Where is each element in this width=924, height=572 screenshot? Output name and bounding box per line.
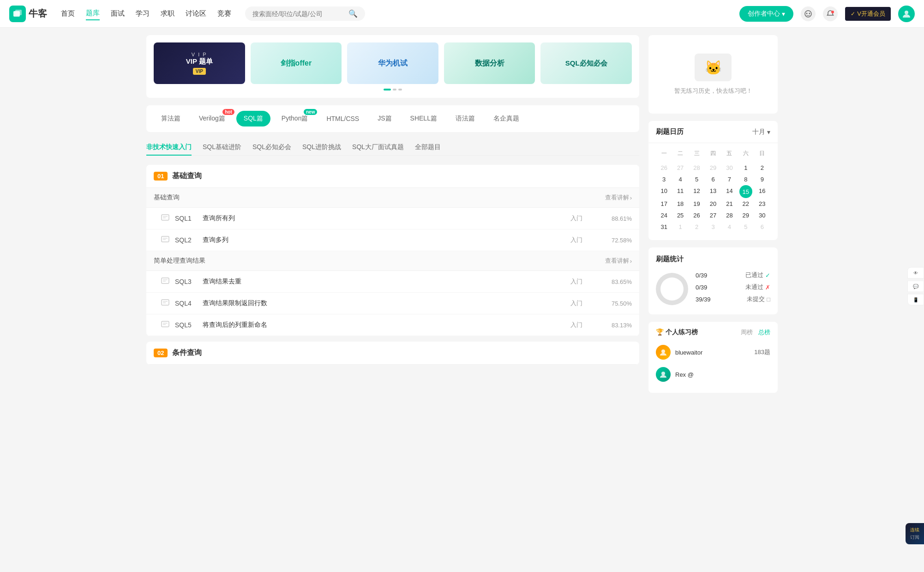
calendar-day-1-2[interactable]: 5 <box>689 174 705 185</box>
problem-row-sql5[interactable]: SQL5 将查询后的列重新命名 入门 83.13% <box>146 314 639 336</box>
problem-row-sql4[interactable]: SQL4 查询结果限制返回行数 入门 75.50% <box>146 293 639 314</box>
calendar-day-2-0[interactable]: 10 <box>656 185 672 198</box>
calendar-day-4-6[interactable]: 30 <box>754 210 770 221</box>
subtab-all[interactable]: 全部题目 <box>415 139 441 155</box>
calendar-day-5-1[interactable]: 1 <box>672 221 688 233</box>
nav-discuss[interactable]: 讨论区 <box>186 7 206 20</box>
banner-card-huawei[interactable]: 华为机试 <box>347 42 438 84</box>
calendar-day-0-1[interactable]: 27 <box>672 162 688 174</box>
ranking-item-1[interactable]: bluewaitor 183题 <box>656 341 770 363</box>
vip-button[interactable]: ✓ V开通会员 <box>845 7 891 21</box>
banner-card-jianzhi[interactable]: 剑指offer <box>251 42 342 84</box>
problem-row-sql2[interactable]: SQL2 查询多列 入门 72.58% <box>146 229 639 251</box>
weekday-sun: 日 <box>754 148 770 159</box>
calendar-day-2-4[interactable]: 14 <box>721 185 738 198</box>
calendar-day-5-2[interactable]: 2 <box>689 221 705 233</box>
notification-icon[interactable] <box>823 6 838 21</box>
calendar-day-0-5[interactable]: 1 <box>738 162 754 174</box>
calendar-day-2-1[interactable]: 11 <box>672 185 688 198</box>
subtab-advanced[interactable]: SQL进阶挑战 <box>302 139 341 155</box>
banner-dot-1[interactable] <box>384 89 391 90</box>
banner-dot-2[interactable] <box>393 89 396 90</box>
calendar-day-4-5[interactable]: 29 <box>738 210 754 221</box>
calendar-day-5-4[interactable]: 4 <box>721 221 738 233</box>
calendar-day-5-6[interactable]: 6 <box>754 221 770 233</box>
banner-card-sql[interactable]: SQL必知必会 <box>540 42 632 84</box>
community-icon[interactable] <box>801 6 816 21</box>
ranking-item-rex[interactable]: Rex @ <box>656 363 770 385</box>
tab-verilog[interactable]: Verilog篇 hot <box>192 111 233 126</box>
calendar-day-3-1[interactable]: 18 <box>672 198 688 210</box>
calendar-day-1-5[interactable]: 8 <box>738 174 754 185</box>
nav-study[interactable]: 学习 <box>136 7 150 20</box>
tab-htmlcss[interactable]: HTML/CSS <box>319 111 366 126</box>
side-btn-wechat[interactable]: 📱 <box>907 294 924 305</box>
calendar-day-0-6[interactable]: 2 <box>754 162 770 174</box>
calendar-day-1-0[interactable]: 3 <box>656 174 672 185</box>
calendar-day-0-2[interactable]: 28 <box>689 162 705 174</box>
tab-js[interactable]: JS篇 <box>370 111 399 126</box>
calendar-day-0-3[interactable]: 29 <box>705 162 721 174</box>
stats-chart <box>656 273 688 305</box>
side-btn-message[interactable]: 💬 <box>907 280 924 292</box>
tab-shell[interactable]: SHELL篇 <box>403 111 444 126</box>
tab-python[interactable]: Python篇 new <box>274 111 316 126</box>
banner-dot-3[interactable] <box>398 89 402 90</box>
calendar-day-1-4[interactable]: 7 <box>721 174 738 185</box>
banner-card-vip[interactable]: V I P VIP 题单 VIP <box>154 42 245 84</box>
nav-interview[interactable]: 面试 <box>111 7 125 20</box>
search-button[interactable]: 🔍 <box>348 9 358 18</box>
calendar-day-4-1[interactable]: 25 <box>672 210 688 221</box>
ranking-tab-total[interactable]: 总榜 <box>758 328 770 337</box>
nav-home[interactable]: 首页 <box>61 7 75 20</box>
calendar-day-1-3[interactable]: 6 <box>705 174 721 185</box>
calendar-month-selector[interactable]: 十月 ▾ <box>752 128 770 136</box>
creator-center-button[interactable]: 创作者中心 ▾ <box>739 6 793 22</box>
tab-grammar[interactable]: 语法篇 <box>448 111 482 126</box>
subtab-intro[interactable]: 非技术快速入门 <box>146 139 192 155</box>
calendar-day-3-0[interactable]: 17 <box>656 198 672 210</box>
calendar-day-5-3[interactable]: 3 <box>705 221 721 233</box>
problem-difficulty-sql3: 入门 <box>558 277 595 286</box>
calendar-day-1-6[interactable]: 9 <box>754 174 770 185</box>
tab-enterprise[interactable]: 名企真题 <box>486 111 527 126</box>
subtab-mustknow[interactable]: SQL必知必会 <box>252 139 291 155</box>
user-avatar[interactable] <box>898 6 915 22</box>
calendar-day-3-4[interactable]: 21 <box>721 198 738 210</box>
calendar-day-3-5[interactable]: 22 <box>738 198 754 210</box>
calendar-day-2-6[interactable]: 16 <box>754 185 770 198</box>
calendar-day-3-6[interactable]: 23 <box>754 198 770 210</box>
tab-algorithm[interactable]: 算法篇 <box>154 111 188 126</box>
calendar-day-0-0[interactable]: 26 <box>656 162 672 174</box>
banner-card-dataanalysis[interactable]: 数据分析 <box>444 42 535 84</box>
view-lecture-basic[interactable]: 查看讲解 › <box>605 193 632 202</box>
subtab-interview[interactable]: SQL大厂面试真题 <box>352 139 404 155</box>
tab-sql[interactable]: SQL篇 <box>236 111 270 126</box>
calendar-day-4-2[interactable]: 26 <box>689 210 705 221</box>
nav-questions[interactable]: 题库 <box>86 7 100 20</box>
nav-competition[interactable]: 竞赛 <box>217 7 231 20</box>
nav-jobs[interactable]: 求职 <box>161 7 174 20</box>
calendar-day-4-3[interactable]: 27 <box>705 210 721 221</box>
calendar-day-3-2[interactable]: 19 <box>689 198 705 210</box>
calendar-day-2-2[interactable]: 12 <box>689 185 705 198</box>
subtab-basic[interactable]: SQL基础进阶 <box>203 139 241 155</box>
problem-row-sql1[interactable]: SQL1 查询所有列 入门 88.61% <box>146 208 639 229</box>
view-lecture-simple[interactable]: 查看讲解 › <box>605 257 632 265</box>
calendar-day-3-3[interactable]: 20 <box>705 198 721 210</box>
calendar-day-4-0[interactable]: 24 <box>656 210 672 221</box>
problem-row-sql3[interactable]: SQL3 查询结果去重 入门 83.65% <box>146 271 639 293</box>
calendar-day-2-3[interactable]: 13 <box>705 185 721 198</box>
calendar-day-5-5[interactable]: 5 <box>738 221 754 233</box>
svg-point-2 <box>805 11 811 17</box>
logo[interactable]: 牛客 <box>9 6 47 22</box>
calendar-day-4-4[interactable]: 28 <box>721 210 738 221</box>
calendar-day-5-0[interactable]: 31 <box>656 221 672 233</box>
side-btn-feedback[interactable]: 👁 <box>907 267 924 278</box>
calendar-day-1-1[interactable]: 4 <box>672 174 688 185</box>
calendar-day-0-4[interactable]: 30 <box>721 162 738 174</box>
ranking-tab-week[interactable]: 周榜 <box>741 328 753 337</box>
calendar-day-2-5[interactable]: 15 <box>739 185 752 198</box>
chevron-right-icon-2: › <box>630 258 632 265</box>
search-input[interactable] <box>252 10 348 18</box>
